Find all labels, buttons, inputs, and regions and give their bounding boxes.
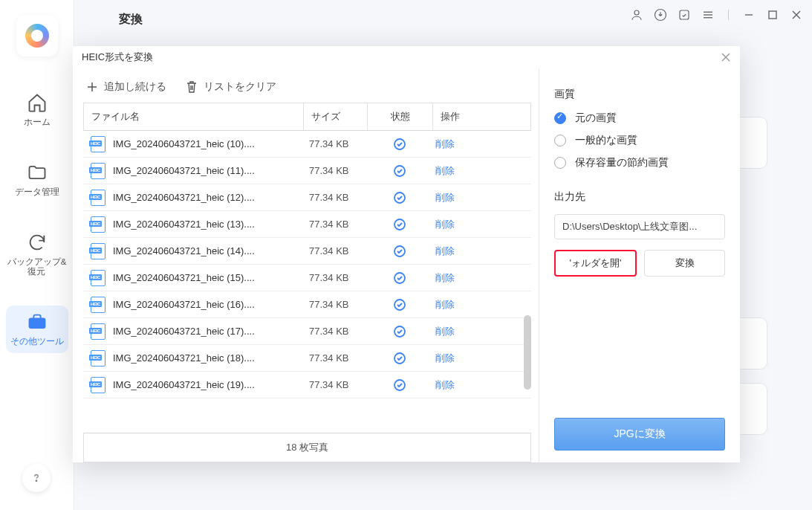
modal-close-icon[interactable] xyxy=(721,52,731,62)
heic-file-icon xyxy=(91,350,105,367)
plus-icon xyxy=(86,81,98,93)
file-name: IMG_202406043721_heic (19).... xyxy=(113,379,255,390)
refresh-icon xyxy=(27,232,48,253)
delete-link[interactable]: 削除 xyxy=(432,218,495,231)
table-row[interactable]: IMG_202406043721_heic (12)....77.34 KB削除 xyxy=(83,184,531,211)
col-status: 状態 xyxy=(368,103,433,130)
file-name: IMG_202406043721_heic (17).... xyxy=(113,326,255,337)
status-ok-icon xyxy=(367,191,432,204)
clear-list-button[interactable]: リストをクリア xyxy=(186,80,276,94)
help-icon xyxy=(30,471,43,485)
status-ok-icon xyxy=(367,218,432,231)
scrollbar[interactable] xyxy=(524,315,531,390)
radio-label: 元の画質 xyxy=(575,112,617,125)
delete-link[interactable]: 削除 xyxy=(432,271,495,285)
file-size: 77.34 KB xyxy=(303,219,367,230)
delete-link[interactable]: 削除 xyxy=(432,325,495,338)
delete-link[interactable]: 削除 xyxy=(432,298,495,312)
heic-file-icon xyxy=(91,243,105,259)
add-more-button[interactable]: 追加し続ける xyxy=(86,80,166,94)
table-row[interactable]: IMG_202406043721_heic (19)....77.34 KB削除 xyxy=(83,372,531,398)
quality-radio-group: 元の画質一般的な画質保存容量の節約画質 xyxy=(554,112,725,170)
heic-convert-modal: HEIC形式を変換 追加し続ける リストをクリア ファイル名 サイズ 状態 操作 xyxy=(73,46,740,462)
delete-link[interactable]: 削除 xyxy=(432,378,495,392)
table-row[interactable]: IMG_202406043721_heic (16)....77.34 KB削除 xyxy=(83,291,531,318)
convert-to-jpg-button[interactable]: JPGに変換 xyxy=(554,418,725,451)
col-size: サイズ xyxy=(304,103,368,130)
status-ok-icon xyxy=(367,298,432,312)
heic-file-icon xyxy=(91,190,105,206)
status-ok-icon xyxy=(367,378,432,392)
toolbox-icon xyxy=(27,312,48,332)
delete-link[interactable]: 削除 xyxy=(432,352,495,365)
sidebar: ホーム データ管理 バックアップ& 復元 その他ツール xyxy=(0,0,74,510)
delete-link[interactable]: 削除 xyxy=(432,164,495,178)
quality-radio[interactable]: 元の画質 xyxy=(554,112,725,125)
file-list-panel: 追加し続ける リストをクリア ファイル名 サイズ 状態 操作 IMG_20240… xyxy=(73,68,539,462)
modal-header: HEIC形式を変換 xyxy=(73,46,740,68)
file-name: IMG_202406043721_heic (10).... xyxy=(113,138,255,149)
table-row[interactable]: IMG_202406043721_heic (10)....77.34 KB削除 xyxy=(83,131,531,158)
table-body: IMG_202406043721_heic (10)....77.34 KB削除… xyxy=(83,131,531,433)
heic-file-icon xyxy=(91,377,105,393)
settings-panel: 画質 元の画質一般的な画質保存容量の節約画質 出力先 D:\Users\Desk… xyxy=(539,68,740,462)
table-row[interactable]: IMG_202406043721_heic (11)....77.34 KB削除 xyxy=(83,158,531,184)
folder-icon xyxy=(27,162,48,183)
heic-file-icon xyxy=(91,216,105,233)
delete-link[interactable]: 削除 xyxy=(432,245,495,258)
help-button[interactable] xyxy=(22,464,51,492)
heic-file-icon xyxy=(91,136,105,152)
svg-point-11 xyxy=(36,480,37,482)
radio-dot xyxy=(554,157,566,169)
convert-button[interactable]: 変換 xyxy=(644,250,725,277)
svg-rect-10 xyxy=(29,319,45,329)
heic-file-icon xyxy=(91,270,105,286)
file-size: 77.34 KB xyxy=(303,245,367,256)
status-ok-icon xyxy=(367,271,432,285)
file-size: 77.34 KB xyxy=(303,352,367,364)
sidebar-item-other-tools[interactable]: その他ツール xyxy=(6,306,68,353)
table-row[interactable]: IMG_202406043721_heic (17)....77.34 KB削除 xyxy=(83,318,531,345)
table-header: ファイル名 サイズ 状態 操作 xyxy=(83,103,531,131)
status-ok-icon xyxy=(367,352,432,365)
col-operation: 操作 xyxy=(433,103,496,130)
output-path-field[interactable]: D:\Users\Desktop\上线文章图... xyxy=(554,214,725,239)
quality-title: 画質 xyxy=(554,88,725,101)
sidebar-item-data[interactable]: データ管理 xyxy=(6,156,68,204)
quality-radio[interactable]: 保存容量の節約画質 xyxy=(554,156,725,170)
sidebar-item-label: その他ツール xyxy=(10,337,64,347)
table-row[interactable]: IMG_202406043721_heic (13)....77.34 KB削除 xyxy=(83,211,531,238)
heic-file-icon xyxy=(91,297,105,313)
table-row[interactable]: IMG_202406043721_heic (14)....77.34 KB削除 xyxy=(83,238,531,265)
table-row[interactable]: IMG_202406043721_heic (15)....77.34 KB削除 xyxy=(83,265,531,291)
file-name: IMG_202406043721_heic (14).... xyxy=(113,245,255,256)
quality-radio[interactable]: 一般的な画質 xyxy=(554,134,725,147)
file-name: IMG_202406043721_heic (12).... xyxy=(113,192,255,203)
delete-link[interactable]: 削除 xyxy=(432,138,495,151)
delete-link[interactable]: 削除 xyxy=(432,191,495,204)
sidebar-item-home[interactable]: ホーム xyxy=(6,86,68,134)
radio-label: 一般的な画質 xyxy=(575,134,637,147)
status-ok-icon xyxy=(367,325,432,338)
radio-label: 保存容量の節約画質 xyxy=(575,156,669,170)
col-filename: ファイル名 xyxy=(84,103,304,130)
file-name: IMG_202406043721_heic (16).... xyxy=(113,299,255,310)
open-folder-button[interactable]: 'ォルダを開' xyxy=(554,250,637,277)
file-size: 77.34 KB xyxy=(303,299,367,310)
table-row[interactable]: IMG_202406043721_heic (18)....77.34 KB削除 xyxy=(83,345,531,372)
file-size: 77.34 KB xyxy=(303,272,367,283)
heic-file-icon xyxy=(91,163,105,179)
status-ok-icon xyxy=(367,138,432,151)
output-title: 出力先 xyxy=(554,190,725,204)
sidebar-item-label: データ管理 xyxy=(15,187,59,198)
heic-file-icon xyxy=(91,323,105,340)
sidebar-item-backup[interactable]: バックアップ& 復元 xyxy=(6,226,68,284)
file-size: 77.34 KB xyxy=(303,165,367,176)
file-name: IMG_202406043721_heic (13).... xyxy=(113,219,255,230)
trash-icon xyxy=(186,80,198,94)
radio-dot xyxy=(554,135,566,146)
app-logo xyxy=(16,15,58,57)
page-title: 変換 xyxy=(119,12,767,28)
status-ok-icon xyxy=(367,164,432,178)
file-size: 77.34 KB xyxy=(303,326,367,337)
